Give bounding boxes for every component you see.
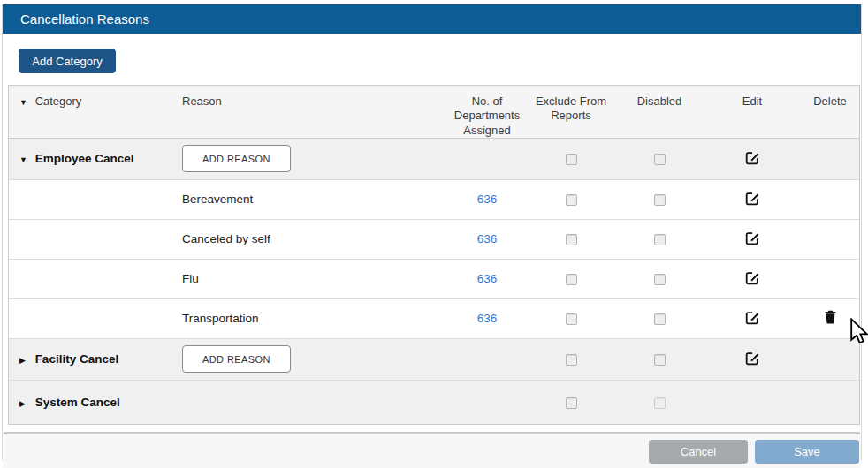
panel-titlebar: Cancellation Reasons (3, 4, 861, 34)
exclude-from-reports-checkbox[interactable] (566, 194, 577, 206)
table-row-reason-bereavement: Bereavement 636 (9, 180, 859, 220)
departments-count-link[interactable]: 636 (477, 192, 498, 206)
add-reason-button[interactable]: ADD REASON (182, 145, 291, 172)
caret-right-icon[interactable]: ▶ (19, 356, 32, 365)
disabled-checkbox[interactable] (654, 354, 666, 366)
toolbar: Add Category (3, 34, 861, 82)
cancellation-reasons-table: ▼ Category Reason No. of Departments Ass… (8, 85, 860, 425)
category-cell[interactable]: ▶ System Cancel (9, 396, 182, 409)
delete-cell (801, 309, 859, 328)
column-header-exclude-from-reports: Exclude From Reports (527, 94, 615, 124)
exclude-from-reports-checkbox[interactable] (566, 354, 577, 366)
delete-trash-icon[interactable] (824, 309, 837, 325)
column-header-category[interactable]: ▼ Category (9, 94, 182, 108)
page: Cancellation Reasons Add Category ▼ Cate… (0, 0, 868, 468)
table-row-category-system-cancel: ▶ System Cancel (9, 381, 859, 424)
disabled-checkbox[interactable] (654, 313, 666, 325)
table-row-category-employee-cancel: ▼ Employee Cancel ADD REASON (9, 139, 859, 180)
exclude-from-reports-checkbox[interactable] (566, 154, 577, 165)
table-row-reason-canceled-by-self: Canceled by self 636 (9, 220, 859, 260)
column-header-delete: Delete (801, 94, 859, 109)
exclude-from-reports-checkbox[interactable] (566, 274, 577, 285)
departments-count-link[interactable]: 636 (477, 312, 498, 325)
edit-icon[interactable] (745, 351, 760, 366)
edit-icon[interactable] (745, 150, 760, 165)
disabled-checkbox[interactable] (654, 274, 666, 285)
edit-icon[interactable] (745, 191, 760, 206)
table-row-reason-flu: Flu 636 (9, 260, 859, 299)
exclude-from-reports-checkbox[interactable] (566, 313, 577, 325)
departments-count-link[interactable]: 636 (477, 272, 498, 285)
cancel-button[interactable]: Cancel (649, 440, 748, 464)
column-header-disabled: Disabled (615, 94, 704, 109)
caret-right-icon[interactable]: ▶ (19, 399, 32, 408)
table-row-reason-transportation: Transportation 636 (9, 299, 859, 339)
table-header-row: ▼ Category Reason No. of Departments Ass… (9, 86, 859, 139)
cancellation-reasons-panel: Cancellation Reasons Add Category ▼ Cate… (2, 4, 862, 460)
footer-bar: Cancel Save (3, 434, 861, 468)
column-header-departments: No. of Departments Assigned (447, 94, 527, 138)
category-label: Facility Cancel (35, 352, 119, 366)
category-cell[interactable]: ▶ Facility Cancel (9, 352, 182, 366)
column-header-reason: Reason (182, 94, 447, 108)
exclude-from-reports-checkbox[interactable] (566, 234, 577, 245)
page-title: Cancellation Reasons (20, 11, 149, 26)
departments-count-link[interactable]: 636 (477, 232, 498, 245)
reason-label: Flu (182, 272, 199, 285)
category-label: System Cancel (35, 396, 120, 409)
exclude-from-reports-checkbox[interactable] (566, 397, 577, 409)
edit-icon[interactable] (745, 270, 760, 285)
edit-icon[interactable] (745, 230, 760, 245)
disabled-checkbox[interactable] (654, 397, 666, 409)
save-button[interactable]: Save (755, 440, 859, 464)
reason-label: Transportation (182, 312, 259, 325)
spacer (3, 425, 861, 432)
caret-down-icon: ▼ (19, 98, 32, 107)
disabled-checkbox[interactable] (654, 194, 666, 206)
disabled-checkbox[interactable] (654, 234, 666, 245)
reason-label: Bereavement (182, 192, 253, 206)
category-cell[interactable]: ▼ Employee Cancel (9, 152, 182, 165)
edit-icon[interactable] (745, 310, 760, 325)
table-row-category-facility-cancel: ▶ Facility Cancel ADD REASON (9, 339, 859, 381)
column-header-edit: Edit (704, 94, 801, 109)
caret-down-icon[interactable]: ▼ (19, 155, 32, 164)
disabled-checkbox[interactable] (654, 154, 666, 165)
reason-label: Canceled by self (182, 232, 270, 245)
category-label: Employee Cancel (35, 152, 134, 165)
add-reason-button[interactable]: ADD REASON (182, 345, 291, 373)
add-category-button[interactable]: Add Category (19, 49, 116, 73)
